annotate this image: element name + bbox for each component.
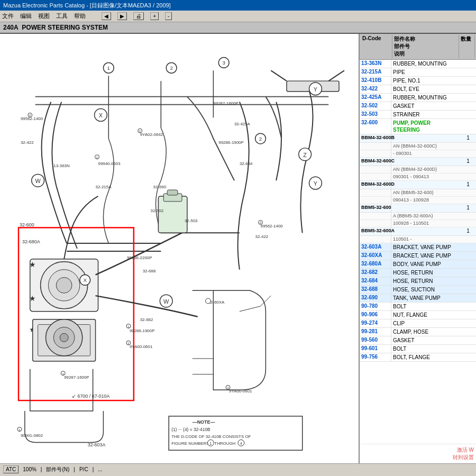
nav-back-button[interactable]: ◀ [102, 12, 111, 20]
diagram-area[interactable]: ★ ★ ★ [0, 34, 360, 463]
svg-text:32-422: 32-422 [255, 234, 269, 239]
header-qty: 数量 [459, 35, 475, 58]
sub-desc: AN (BBM4-32-600C) [391, 143, 460, 150]
list-item[interactable]: BBM4-32-600B 1 [360, 134, 476, 143]
list-item[interactable]: 99-560 GASKET [360, 336, 476, 345]
list-item: AN (BBM5-32-600) [360, 189, 476, 197]
list-item[interactable]: 32-690 TANK, VANE PUMP [360, 294, 476, 303]
list-item[interactable]: 32-603A BRACKET, VANE PUMP [360, 243, 476, 252]
header-dcode: D-Code [361, 35, 392, 58]
sub-desc: AN (BBM4-32-600D) [391, 166, 460, 173]
part-code: 32-60XA [360, 252, 391, 260]
list-item[interactable]: 32-425A RUBBER, MOUNTING [360, 94, 476, 102]
svg-text:32-215A: 32-215A [96, 185, 112, 189]
status-zoom: 100% [23, 466, 36, 472]
sub-desc: 110501 - [391, 236, 460, 243]
list-item[interactable]: 99-756 BOLT, FLANGE [360, 353, 476, 362]
menu-view[interactable]: 视图 [38, 12, 50, 20]
list-item: 100928 - 110501 [360, 220, 476, 227]
list-item[interactable]: 32-215A PIPE [360, 68, 476, 77]
part-code: 32-684 [360, 277, 391, 285]
svg-text:32-688: 32-688 [143, 269, 156, 273]
part-qty [460, 303, 476, 310]
parts-list[interactable]: 13-363N RUBBER, MOUNTING 32-215A PIPE 32… [360, 60, 476, 444]
list-item[interactable]: 99-274 CLIP [360, 319, 476, 328]
svg-text:32-684: 32-684 [240, 161, 253, 166]
list-item[interactable]: 99-601 BOLT [360, 345, 476, 353]
list-item[interactable]: 32-684 HOSE, RETURN [360, 277, 476, 286]
menu-tools[interactable]: 工具 [56, 12, 68, 20]
list-item[interactable]: 32-682 HOSE, RETURN [360, 269, 476, 277]
list-item[interactable]: 32-600 PUMP, POWER STEERING [360, 119, 476, 134]
svg-text:90901-0802: 90901-0802 [21, 433, 43, 438]
menu-help[interactable]: 帮助 [74, 12, 86, 20]
part-qty [460, 85, 476, 93]
list-item[interactable]: 99-281 CLAMP, HOSE [360, 328, 476, 336]
part-desc: HOSE, SUCTION [391, 286, 460, 294]
part-desc [391, 204, 460, 212]
part-desc: CLAMP, HOSE [391, 328, 460, 336]
status-atc-button[interactable]: ATC [3, 465, 19, 473]
list-item[interactable]: 32-680A BODY, VANE PUMP [360, 260, 476, 269]
svg-text:99286-1900P: 99286-1900P [218, 140, 243, 145]
status-pc[interactable]: P/C [79, 466, 88, 472]
nav-forward-button[interactable]: ▶ [117, 12, 127, 20]
part-qty [460, 353, 476, 361]
list-item[interactable]: BBM5-32-600A 1 [360, 227, 476, 236]
part-desc [391, 158, 460, 166]
list-item[interactable]: 32-410B PIPE, NO.1 [360, 77, 476, 85]
part-qty [460, 173, 476, 180]
part-qty [460, 243, 476, 251]
part-code: BBM4-32-600C [360, 158, 391, 166]
menu-edit[interactable]: 编辑 [20, 12, 32, 20]
part-qty [460, 220, 476, 227]
svg-text:2: 2 [170, 65, 173, 71]
part-code: 32-422 [360, 85, 391, 93]
list-item[interactable]: BBM5-32-600 1 [360, 204, 476, 213]
status-separator3: | [93, 466, 94, 472]
part-desc: HOSE, RETURN [391, 277, 460, 285]
nav-zoom-in-button[interactable]: + [150, 12, 159, 20]
nav-zoom-out-button[interactable]: - [165, 12, 172, 20]
part-qty [460, 294, 476, 302]
svg-point-98 [206, 298, 211, 304]
list-item[interactable]: 32-422 BOLT, EYE [360, 85, 476, 94]
list-item[interactable]: 90-906 NUT, FLANGE [360, 311, 476, 319]
part-code: 32-690 [360, 294, 391, 302]
list-item[interactable]: BBM4-32-600C 1 [360, 158, 476, 166]
part-qty [460, 166, 476, 173]
list-item[interactable]: 90-780 BOLT [360, 303, 476, 311]
sub-header: 240A POWER STEERING SYSTEM [0, 22, 476, 34]
list-item[interactable]: 32-688 HOSE, SUCTION [360, 286, 476, 294]
list-item: A (BBM5-32-600A) [360, 213, 476, 220]
part-qty [460, 197, 476, 204]
sub-code [360, 213, 391, 219]
part-desc: RUBBER, MOUNTING [391, 94, 460, 102]
part-desc: BRACKET, VANE PUMP [391, 252, 460, 260]
part-code: 32-425A [360, 94, 391, 102]
part-qty [460, 328, 476, 336]
part-code: 32-688 [360, 286, 391, 294]
svg-text:X: X [83, 277, 87, 283]
menu-file[interactable]: 文件 [2, 12, 14, 20]
part-desc: GASKET [391, 102, 460, 110]
status-parts[interactable]: 部件号(N) [46, 466, 69, 473]
nav-print-button[interactable]: 🖨 [133, 12, 144, 20]
list-item[interactable]: BBM4-32-600D 1 [360, 181, 476, 189]
sub-code [360, 173, 391, 180]
part-qty [460, 236, 476, 243]
svg-text:32-603A: 32-603A [88, 442, 106, 447]
list-item[interactable]: 32-503 STRAINER [360, 111, 476, 119]
part-qty [460, 111, 476, 118]
list-item: AN (BBM4-32-600D) [360, 166, 476, 173]
part-code: BBM5-32-600 [360, 204, 391, 212]
part-qty: 1 [460, 204, 476, 212]
list-item[interactable]: 13-363N RUBBER, MOUNTING [360, 60, 476, 68]
part-code: BBM4-32-600D [360, 181, 391, 189]
part-qty [460, 311, 476, 319]
list-item[interactable]: 32-60XA BRACKET, VANE PUMP [360, 252, 476, 260]
svg-text:32-600: 32-600 [20, 222, 34, 227]
list-item[interactable]: 32-502 GASKET [360, 102, 476, 111]
section-code: 240A [3, 24, 19, 31]
part-code: 32-410B [360, 77, 391, 85]
